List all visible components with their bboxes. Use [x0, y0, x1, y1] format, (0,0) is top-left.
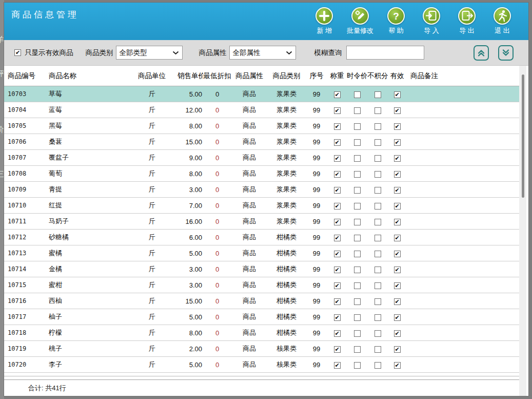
no-points-checkbox[interactable]: [375, 219, 381, 225]
table-row[interactable]: 10713蜜橘斤5.000商品柑橘类99: [4, 245, 519, 261]
weigh-checkbox[interactable]: [334, 267, 341, 273]
seasonal-checkbox[interactable]: [354, 139, 361, 146]
no-points-checkbox[interactable]: [375, 298, 381, 305]
show-valid-checkbox[interactable]: [14, 49, 21, 56]
no-points-checkbox[interactable]: [375, 267, 381, 273]
valid-checkbox[interactable]: [394, 171, 401, 178]
valid-checkbox[interactable]: [394, 267, 401, 273]
weigh-checkbox[interactable]: [334, 314, 341, 321]
column-header[interactable]: 商品单位: [126, 71, 178, 81]
no-points-checkbox[interactable]: [375, 107, 381, 114]
table-row[interactable]: 10718柠檬斤8.000商品柑橘类99: [4, 325, 519, 341]
no-points-checkbox[interactable]: [375, 330, 381, 337]
column-header[interactable]: 商品类别: [267, 71, 306, 81]
seasonal-checkbox[interactable]: [354, 251, 361, 257]
table-row[interactable]: 10712砂糖橘斤6.000商品柑橘类99: [4, 230, 519, 245]
weigh-checkbox[interactable]: [334, 139, 341, 146]
column-header[interactable]: 不积分: [367, 71, 388, 81]
table-row[interactable]: 10715蜜柑斤3.000商品柑橘类99: [4, 277, 519, 293]
column-header[interactable]: 序号: [306, 71, 327, 81]
table-row[interactable]: 10714金橘斤3.000商品柑橘类99: [4, 261, 519, 277]
column-header[interactable]: 商品备注: [406, 71, 519, 81]
page-down-button[interactable]: [498, 45, 514, 61]
seasonal-checkbox[interactable]: [354, 187, 361, 194]
column-header[interactable]: 称重: [327, 71, 347, 81]
weigh-checkbox[interactable]: [334, 171, 341, 178]
valid-checkbox[interactable]: [394, 298, 401, 305]
weigh-checkbox[interactable]: [334, 123, 341, 130]
seasonal-checkbox[interactable]: [354, 346, 361, 353]
column-header[interactable]: 最低折扣: [203, 71, 231, 81]
weigh-checkbox[interactable]: [334, 282, 341, 289]
weigh-checkbox[interactable]: [334, 203, 341, 210]
table-row[interactable]: 10704蓝莓斤12.000商品浆果类99: [4, 102, 519, 118]
no-points-checkbox[interactable]: [375, 203, 381, 210]
weigh-checkbox[interactable]: [334, 362, 341, 369]
column-header[interactable]: 销售单价: [178, 71, 203, 81]
valid-checkbox[interactable]: [394, 107, 401, 114]
category-select[interactable]: 全部类型: [116, 46, 183, 60]
no-points-checkbox[interactable]: [375, 187, 381, 194]
no-points-checkbox[interactable]: [375, 314, 381, 321]
valid-checkbox[interactable]: [394, 203, 401, 210]
seasonal-checkbox[interactable]: [354, 282, 361, 289]
table-row[interactable]: 10720李子斤5.000商品核果类99: [4, 357, 519, 373]
exit-button[interactable]: 退 出: [489, 7, 515, 35]
table-row[interactable]: 10709青提斤3.000商品浆果类99: [4, 182, 519, 198]
weigh-checkbox[interactable]: [334, 330, 341, 337]
weigh-checkbox[interactable]: [334, 251, 341, 257]
valid-checkbox[interactable]: [394, 330, 401, 337]
attribute-select[interactable]: 全部属性: [229, 46, 296, 60]
valid-checkbox[interactable]: [394, 346, 401, 353]
valid-checkbox[interactable]: [394, 123, 401, 130]
table-row[interactable]: 10719桃子斤2.000商品核果类99: [4, 341, 519, 357]
no-points-checkbox[interactable]: [375, 155, 381, 162]
table-row[interactable]: 10716西柚斤15.000商品柑橘类99: [4, 293, 519, 309]
seasonal-checkbox[interactable]: [354, 314, 361, 321]
weigh-checkbox[interactable]: [334, 91, 341, 98]
valid-checkbox[interactable]: [394, 139, 401, 146]
table-row[interactable]: 10717柚子斤5.000商品柑橘类99: [4, 309, 519, 325]
seasonal-checkbox[interactable]: [354, 91, 361, 98]
no-points-checkbox[interactable]: [375, 139, 381, 146]
table-row[interactable]: 10708葡萄斤8.000商品浆果类99: [4, 166, 519, 182]
table-row[interactable]: 10703草莓斤5.000商品浆果类99: [4, 86, 519, 102]
no-points-checkbox[interactable]: [375, 171, 381, 178]
valid-checkbox[interactable]: [394, 187, 401, 194]
fuzzy-search-input[interactable]: [346, 46, 424, 60]
seasonal-checkbox[interactable]: [354, 171, 361, 178]
valid-checkbox[interactable]: [394, 91, 401, 98]
seasonal-checkbox[interactable]: [354, 219, 361, 225]
no-points-checkbox[interactable]: [375, 346, 381, 353]
page-up-button[interactable]: [474, 45, 489, 61]
valid-checkbox[interactable]: [394, 362, 401, 369]
scrollbar-thumb[interactable]: [522, 74, 524, 198]
seasonal-checkbox[interactable]: [354, 330, 361, 337]
valid-checkbox[interactable]: [394, 251, 401, 257]
new-button[interactable]: 新 增: [311, 7, 337, 35]
seasonal-checkbox[interactable]: [354, 362, 361, 369]
seasonal-checkbox[interactable]: [354, 298, 361, 305]
column-header[interactable]: 时令价: [347, 71, 367, 81]
weigh-checkbox[interactable]: [334, 155, 341, 162]
weigh-checkbox[interactable]: [334, 219, 341, 225]
no-points-checkbox[interactable]: [375, 91, 381, 98]
seasonal-checkbox[interactable]: [354, 123, 361, 130]
table-row[interactable]: 10706桑葚斤15.000商品浆果类99: [4, 134, 519, 150]
batch-edit-button[interactable]: 批量修改: [347, 7, 373, 35]
seasonal-checkbox[interactable]: [354, 155, 361, 162]
seasonal-checkbox[interactable]: [354, 235, 361, 241]
seasonal-checkbox[interactable]: [354, 203, 361, 210]
table-row[interactable]: 10710红提斤7.000商品浆果类99: [4, 198, 519, 214]
table-row[interactable]: 10705黑莓斤8.000商品浆果类99: [4, 118, 519, 134]
column-header[interactable]: 商品属性: [231, 71, 267, 81]
valid-checkbox[interactable]: [394, 155, 401, 162]
weigh-checkbox[interactable]: [334, 298, 341, 305]
seasonal-checkbox[interactable]: [354, 107, 361, 114]
no-points-checkbox[interactable]: [375, 282, 381, 289]
no-points-checkbox[interactable]: [375, 362, 381, 369]
no-points-checkbox[interactable]: [375, 235, 381, 241]
valid-checkbox[interactable]: [394, 282, 401, 289]
column-header[interactable]: 有效: [388, 71, 406, 81]
help-button[interactable]: ? 帮 助: [383, 7, 409, 35]
